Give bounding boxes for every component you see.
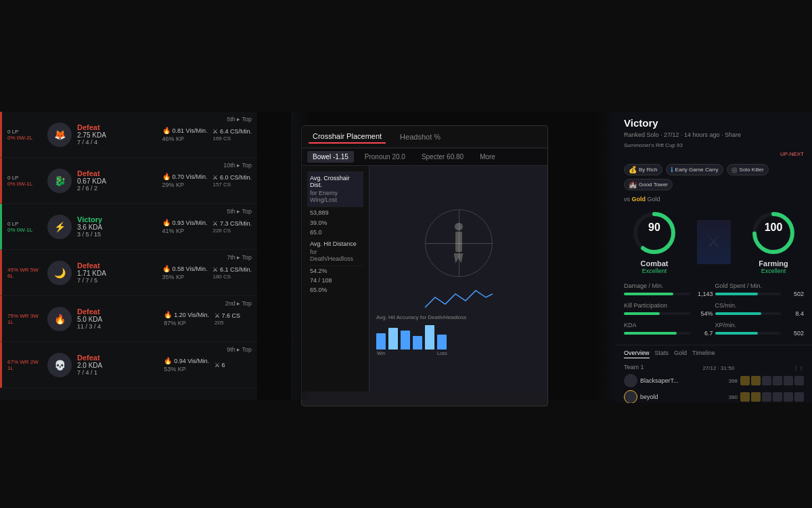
stat-item-5: XP/min. 502	[715, 322, 805, 337]
champion-portrait: ⚔	[697, 220, 731, 264]
up-next-label: UP-NEXT	[616, 151, 812, 160]
stat-item-3: CS/min. 8.4	[715, 302, 805, 317]
match-cs-1: ⚔ 6.0 CS/Min. 157 CS	[212, 173, 252, 188]
player-row-0: BlacksaperT... 398	[624, 373, 804, 389]
stat-bar-fill-0	[624, 293, 673, 295]
match-kda-1: 0.67 KDA	[77, 177, 157, 185]
item-box-0-1	[751, 376, 761, 385]
match-left-info-4: 75% WR 3W 1L	[7, 313, 45, 325]
match-item-4[interactable]: 75% WR 3W 1L 🔥 Defeat 5.0 KDA 11 / 3 / 4…	[0, 296, 257, 342]
crosshair-tabs: Bowel -1.15 Pronoun 20.0 Specter 60.80 M…	[302, 148, 547, 166]
stat-bar-fill-5	[715, 332, 758, 335]
headshot-tab[interactable]: Headshot %	[396, 131, 445, 143]
match-left-info-2: 0 LP 0% 0W-1L	[7, 221, 45, 233]
stat-bar-bg-4	[624, 332, 690, 335]
farming-score-circle: 100 Farming Excellent	[750, 209, 797, 274]
player-name-1: beyold	[640, 394, 726, 400]
match-left-info-3: 45% WR 5W 6L	[7, 267, 45, 279]
player-name-0: BlacksaperT...	[640, 377, 726, 384]
stat-name-3: CS/min.	[715, 302, 805, 309]
match-cs-0: ⚔ 6.4 CS/Min. 169 CS	[212, 127, 252, 142]
match-main-info-0: Defeat 2.75 KDA 7 / 4 / 4	[77, 123, 157, 146]
stat-name-4: KDA	[624, 322, 713, 329]
cs-item-1[interactable]: Avg. Crosshair Dist. for Enemy Wing/Lost	[307, 171, 363, 207]
stat-number-1: 502	[784, 291, 804, 297]
match-cs-5: ⚔ 6	[215, 361, 252, 369]
match-result-0: Defeat	[77, 123, 157, 131]
specter-tab[interactable]: Specter 60.80	[416, 151, 469, 163]
player-row-1: beyold 390	[624, 389, 804, 403]
champ-avatar-2: ⚡	[47, 215, 72, 239]
stat-number-0: 1,143	[693, 291, 713, 297]
match-result-3: Defeat	[77, 261, 157, 270]
stat-bar-row-5: 502	[715, 330, 805, 337]
champ-avatar-3: 🌙	[47, 261, 72, 285]
match-rank-1: 10th ▸ Top	[223, 162, 252, 169]
match-item-5[interactable]: 67% WR 2W 1L 💀 Defeat 2.0 KDA 7 / 4 / 1 …	[0, 342, 257, 388]
stat-name-5: XP/min.	[715, 322, 805, 329]
left-panel-fade	[291, 112, 311, 400]
stat-number-2: 54%	[693, 310, 713, 317]
match-item-0[interactable]: 0 LP 0% 0W-2L 🦊 Defeat 2.75 KDA 7 / 4 / …	[0, 112, 257, 158]
crosshair-content: Avg. Crosshair Dist. for Enemy Wing/Lost…	[302, 166, 547, 391]
stat-bar-fill-3	[715, 312, 761, 315]
bowel-tab[interactable]: Bowel -1.15	[307, 151, 354, 163]
stat-name-0: Damage / Min.	[624, 282, 713, 289]
bar-3	[401, 331, 410, 350]
gold-tab[interactable]: Gold	[674, 348, 687, 358]
match-score-5: 7 / 4 / 1	[77, 369, 158, 376]
more-tab[interactable]: More	[474, 151, 501, 163]
bar-6	[437, 335, 447, 350]
match-kda-5: 2.0 KDA	[77, 362, 158, 369]
timeline-tab[interactable]: Timeline	[692, 348, 715, 358]
team-label: Team 1	[624, 364, 644, 371]
item-box-1-1	[751, 392, 761, 402]
match-rank-0: 5th ▸ Top	[227, 116, 252, 123]
stat-item-0: Damage / Min. 1,143	[624, 282, 713, 297]
pronoun-tab[interactable]: Pronoun 20.0	[359, 151, 411, 163]
match-cs-4: ⚔ 7.6 CS 205	[215, 312, 252, 326]
match-item-2[interactable]: 0 LP 0% 0W-1L ⚡ Victory 3.6 KDA 3 / 5 / …	[0, 204, 257, 250]
champ-icon: ⚔	[706, 232, 721, 251]
more-icon: ⋮⋮	[793, 365, 804, 371]
bar-5	[425, 325, 434, 350]
match-kda-0: 2.75 KDA	[77, 131, 157, 139]
stat-bar-fill-2	[624, 312, 660, 315]
score-circles: 90 Combat Excellent ⚔ 100 Farming Excell…	[616, 204, 812, 280]
match-score-2: 3 / 5 / 15	[77, 231, 157, 238]
match-stats-2: 🔥0.93 Vis/Min. 41% KP	[162, 218, 208, 235]
match-stats-3: 🔥0.58 Vis/Min. 35% KP	[162, 264, 208, 281]
team-record: 27/12 · 31:50	[702, 365, 734, 371]
left-panel: 0 LP 0% 0W-2L 🦊 Defeat 2.75 KDA 7 / 4 / …	[0, 112, 257, 400]
match-subtitle: Ranked Solo · 27/12 · 14 hours ago · Sha…	[616, 131, 812, 142]
player-avatar-0	[624, 374, 637, 387]
middle-panel: Crosshair Placement Headshot % Bowel -1.…	[301, 125, 548, 406]
match-cs-3: ⚔ 6.1 CS/Min. 180 CS	[212, 266, 252, 280]
team-section: Team 1 27/12 · 31:50 ⋮⋮ BlacksaperT... 3…	[616, 361, 812, 403]
stat-item-4: KDA 6.7	[624, 322, 713, 337]
crosshair-placement-tab[interactable]: Crosshair Placement	[309, 130, 386, 144]
match-stats-5: 🔥0.94 Vis/Min. 53% KP	[164, 356, 209, 373]
item-box-1-5	[794, 392, 804, 402]
item-box-1-4	[784, 392, 793, 402]
item-box-1-0	[740, 392, 750, 402]
stat-bar-row-4: 6.7	[624, 330, 713, 337]
cs-item-2[interactable]: Avg. Hit Distance for Death/Headloss	[307, 237, 363, 266]
stats-tab[interactable]: Stats	[655, 348, 669, 358]
match-cs-2: ⚔ 7.3 CS/Min. 226 CS	[212, 219, 252, 234]
top-bar	[0, 0, 812, 112]
vs-label: vs Gold Gold	[616, 194, 812, 204]
combat-score-circle: 90 Combat Excellent	[631, 209, 678, 274]
match-item-1[interactable]: 0 LP 0% 0W-1L 🐉 Defeat 0.67 KDA 2 / 6 / …	[0, 158, 257, 204]
player-items-0	[740, 376, 804, 385]
champ-avatar-0: 🦊	[47, 123, 72, 147]
rich-icon: 💰	[629, 166, 637, 173]
match-item-3[interactable]: 45% WR 5W 6L 🌙 Defeat 1.71 KDA 7 / 7 / 5…	[0, 250, 257, 296]
right-panel: Victory Ranked Solo · 27/12 · 14 hours a…	[616, 112, 812, 403]
right-panel-fade	[595, 112, 616, 400]
item-box-0-4	[784, 376, 793, 385]
match-result-2: Victory	[77, 215, 157, 224]
overview-tab[interactable]: Overview	[624, 348, 650, 358]
item-box-0-2	[762, 376, 771, 385]
bottom-tabs: Overview Stats Gold Timeline	[616, 345, 812, 361]
